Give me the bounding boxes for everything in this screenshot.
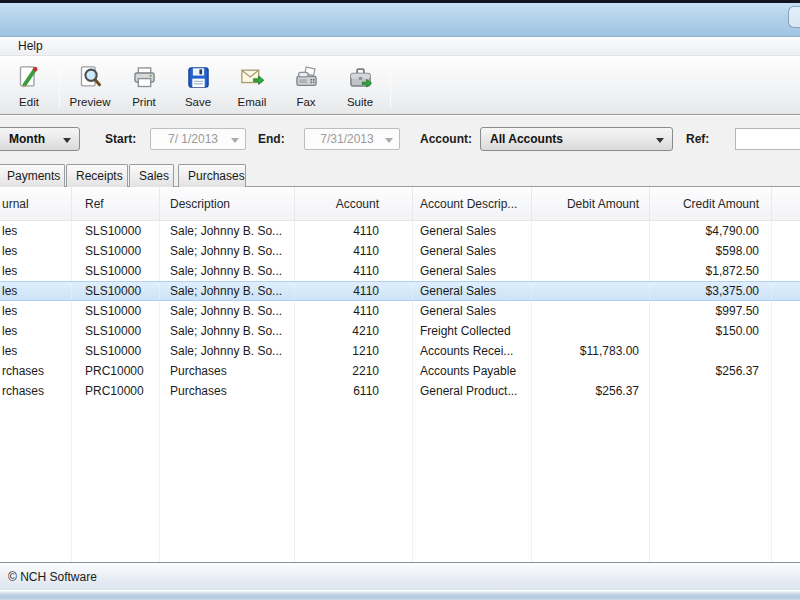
edit-button[interactable]: Edit [2,60,56,112]
tab-purchases[interactable]: Purchases [178,164,246,187]
fax-button[interactable]: Fax [279,60,333,112]
column-header[interactable]: Account Descrip... [413,187,532,220]
journal-table: urnalRefDescriptionAccountAccount Descri… [0,187,800,562]
preview-icon [77,64,104,95]
print-button[interactable]: Print [117,60,171,112]
table-body: lesSLS10000Sale; Johnny B. So...4110Gene… [0,221,800,401]
table-cell-filler [772,321,800,341]
table-cell: SLS10000 [72,341,160,361]
column-header[interactable]: Description [160,187,295,220]
table-cell: les [0,341,72,361]
table-cell: Purchases [160,381,295,401]
toolbar: Edit Preview Print [0,56,800,115]
table-cell: SLS10000 [72,241,160,261]
table-cell [650,341,772,361]
column-header[interactable]: Ref [72,187,160,220]
menu-help[interactable]: Help [8,39,53,53]
table-cell: Accounts Payable [413,361,532,381]
toolbar-button-label: Fax [296,97,315,108]
account-dropdown[interactable]: All Accounts [480,127,673,151]
account-value: All Accounts [490,132,563,146]
suite-button[interactable]: Suite [333,60,387,112]
table-row[interactable]: lesSLS10000Sale; Johnny B. So...1210Acco… [0,341,800,361]
table-cell: SLS10000 [72,301,160,321]
window-bottom-edge [0,590,800,600]
table-cell: $3,375.00 [650,282,772,300]
table-cell: General Product... [413,381,532,401]
table-cell: SLS10000 [72,261,160,281]
window-control-partial[interactable] [788,6,800,28]
table-row[interactable]: rchasesPRC10000Purchases2210Accounts Pay… [0,361,800,381]
column-header[interactable]: Debit Amount [532,187,650,220]
table-cell-filler [772,361,800,381]
grid-column-line [413,401,532,562]
tab-receipts[interactable]: Receipts [66,164,128,187]
table-cell-filler [772,301,800,321]
table-cell [532,301,650,321]
table-cell [532,282,650,300]
toolbar-button-label: Edit [19,97,39,108]
start-date-picker[interactable]: 7/ 1/2013 [150,128,246,150]
table-cell: $598.00 [650,241,772,261]
table-row[interactable]: lesSLS10000Sale; Johnny B. So...4210Frei… [0,321,800,341]
toolbar-separator [390,62,391,108]
table-row[interactable]: lesSLS10000Sale; Johnny B. So...4110Gene… [0,261,800,281]
table-cell: $1,872.50 [650,261,772,281]
table-cell: PRC10000 [72,381,160,401]
ref-input[interactable] [735,128,800,150]
table-cell: Sale; Johnny B. So... [160,241,295,261]
period-dropdown[interactable]: Month [0,127,80,151]
table-cell: rchases [0,361,72,381]
table-cell: General Sales [413,221,532,241]
table-row[interactable]: lesSLS10000Sale; Johnny B. So...4110Gene… [0,281,800,301]
end-date-picker[interactable]: 7/31/2013 [304,128,400,150]
table-cell: Sale; Johnny B. So... [160,261,295,281]
table-cell-filler [772,261,800,281]
edit-icon [16,64,43,95]
table-cell [532,261,650,281]
table-cell: $997.50 [650,301,772,321]
table-cell: General Sales [413,282,532,300]
save-icon [185,64,212,95]
table-cell: 4110 [295,261,413,281]
end-label: End: [258,132,285,146]
table-grid-extension [0,401,800,562]
save-button[interactable]: Save [171,60,225,112]
column-header[interactable]: Credit Amount [650,187,772,220]
table-row[interactable]: lesSLS10000Sale; Johnny B. So...4110Gene… [0,241,800,261]
tab-sales[interactable]: Sales [129,164,174,187]
table-cell: $150.00 [650,321,772,341]
title-bar [0,3,800,37]
column-header[interactable]: urnal [0,187,72,220]
table-cell: $11,783.00 [532,341,650,361]
grid-column-line [160,401,295,562]
tab-label: Payments [7,169,60,183]
table-cell-filler [772,221,800,241]
table-cell: Sale; Johnny B. So... [160,341,295,361]
table-cell: 2210 [295,361,413,381]
column-header[interactable]: Account [295,187,413,220]
table-row[interactable]: lesSLS10000Sale; Johnny B. So...4110Gene… [0,221,800,241]
ref-label: Ref: [686,132,709,146]
table-cell: les [0,301,72,321]
table-cell: $256.37 [650,361,772,381]
tab-label: Sales [139,169,169,183]
table-cell: les [0,221,72,241]
table-row[interactable]: lesSLS10000Sale; Johnny B. So...4110Gene… [0,301,800,321]
filter-bar: Month Start: 7/ 1/2013 End: 7/31/2013 Ac… [0,116,800,162]
tab-payments[interactable]: Payments [0,164,65,187]
preview-button[interactable]: Preview [63,60,117,112]
table-cell: les [0,321,72,341]
table-cell: Sale; Johnny B. So... [160,301,295,321]
table-cell-filler [772,241,800,261]
print-icon [131,64,158,95]
toolbar-button-label: Print [132,97,156,108]
toolbar-button-label: Email [238,97,267,108]
table-row[interactable]: rchasesPRC10000Purchases6110General Prod… [0,381,800,401]
tab-bar: Payments Receipts Sales Purchases [0,162,800,187]
email-button[interactable]: Email [225,60,279,112]
table-cell: 4110 [295,241,413,261]
table-cell [532,321,650,341]
table-cell: Purchases [160,361,295,381]
table-cell: SLS10000 [72,221,160,241]
